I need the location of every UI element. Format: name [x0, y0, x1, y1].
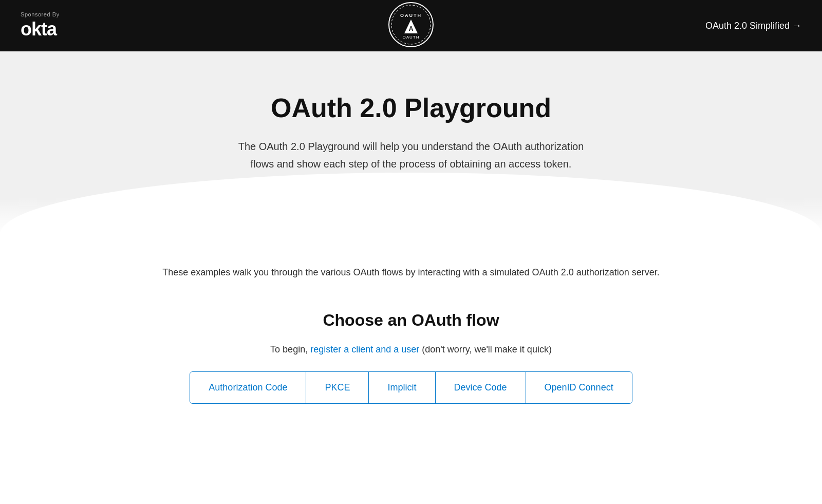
- hero-description: The OAuth 2.0 Playground will help you u…: [231, 138, 591, 173]
- site-logo: OAUTH A OAUTH: [388, 2, 434, 50]
- implicit-button[interactable]: Implicit: [369, 372, 435, 403]
- sponsored-by-label: Sponsored By: [21, 11, 60, 17]
- header: Sponsored By okta OAUTH A OAUTH OAuth 2.…: [0, 0, 822, 51]
- oauth-simplified-link[interactable]: OAuth 2.0 Simplified →: [705, 21, 801, 31]
- svg-text:OAUTH: OAUTH: [403, 35, 420, 40]
- register-prefix: To begin,: [270, 344, 310, 354]
- svg-text:A: A: [409, 25, 414, 32]
- svg-text:OAUTH: OAUTH: [400, 13, 422, 18]
- hero-title: OAuth 2.0 Playground: [21, 92, 801, 123]
- register-text: To begin, register a client and a user (…: [21, 344, 801, 355]
- main-content: These examples walk you through the vari…: [0, 234, 822, 445]
- choose-flow-title: Choose an OAuth flow: [21, 311, 801, 330]
- hero-section: OAuth 2.0 Playground The OAuth 2.0 Playg…: [0, 51, 822, 234]
- device-code-button[interactable]: Device Code: [436, 372, 526, 403]
- authorization-code-button[interactable]: Authorization Code: [190, 372, 306, 403]
- sponsor-section: Sponsored By okta: [21, 11, 60, 40]
- oauth-logo-icon: OAUTH A OAUTH: [388, 2, 434, 48]
- openid-connect-button[interactable]: OpenID Connect: [526, 372, 632, 403]
- register-suffix: (don't worry, we'll make it quick): [419, 344, 552, 354]
- register-link[interactable]: register a client and a user: [310, 344, 419, 354]
- okta-logo: okta: [21, 18, 57, 40]
- intro-text: These examples walk you through the vari…: [21, 265, 801, 280]
- pkce-button[interactable]: PKCE: [306, 372, 369, 403]
- flow-buttons-container: Authorization Code PKCE Implicit Device …: [190, 371, 632, 404]
